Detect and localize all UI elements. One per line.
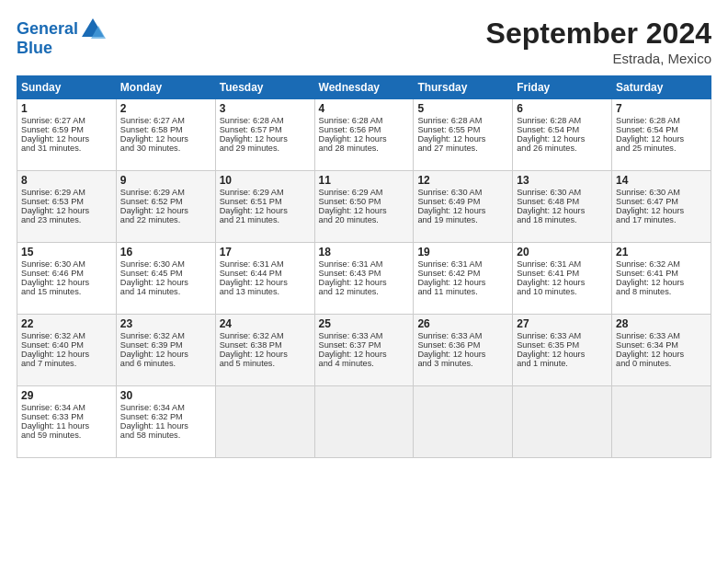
header: General Blue September 2024 Estrada, Mex… xyxy=(17,17,711,66)
calendar-cell: 1Sunrise: 6:27 AMSunset: 6:59 PMDaylight… xyxy=(17,99,117,171)
day-detail: Daylight: 12 hours xyxy=(616,350,707,359)
day-detail: Sunset: 6:52 PM xyxy=(120,197,211,206)
day-number: 28 xyxy=(616,317,707,330)
day-detail: Daylight: 12 hours xyxy=(120,278,211,287)
day-number: 27 xyxy=(517,317,608,330)
calendar-cell: 30Sunrise: 6:34 AMSunset: 6:32 PMDayligh… xyxy=(116,386,215,458)
day-detail: Sunrise: 6:30 AM xyxy=(417,188,508,197)
calendar-cell: 9Sunrise: 6:29 AMSunset: 6:52 PMDaylight… xyxy=(116,171,215,243)
day-number: 14 xyxy=(616,174,707,187)
day-detail: Daylight: 12 hours xyxy=(21,206,112,215)
day-detail: Sunrise: 6:28 AM xyxy=(417,116,508,125)
day-number: 24 xyxy=(220,317,311,330)
calendar: SundayMondayTuesdayWednesdayThursdayFrid… xyxy=(17,75,711,458)
calendar-cell: 15Sunrise: 6:30 AMSunset: 6:46 PMDayligh… xyxy=(17,243,117,315)
calendar-cell: 4Sunrise: 6:28 AMSunset: 6:56 PMDaylight… xyxy=(314,99,414,171)
calendar-cell: 5Sunrise: 6:28 AMSunset: 6:55 PMDaylight… xyxy=(414,99,513,171)
day-detail: Sunset: 6:56 PM xyxy=(319,125,410,134)
calendar-cell: 22Sunrise: 6:32 AMSunset: 6:40 PMDayligh… xyxy=(17,315,117,386)
day-detail: Daylight: 12 hours xyxy=(319,278,410,287)
day-detail: Sunrise: 6:31 AM xyxy=(517,259,608,269)
day-detail: and 7 minutes. xyxy=(21,359,112,368)
day-detail: and 12 minutes. xyxy=(319,287,410,296)
day-detail: Sunset: 6:54 PM xyxy=(517,125,608,134)
calendar-cell: 12Sunrise: 6:30 AMSunset: 6:49 PMDayligh… xyxy=(414,171,513,243)
day-detail: Sunrise: 6:27 AM xyxy=(21,116,112,125)
page: General Blue September 2024 Estrada, Mex… xyxy=(0,0,728,563)
day-number: 12 xyxy=(417,174,508,187)
day-number: 8 xyxy=(21,174,112,187)
weekday-sunday: Sunday xyxy=(17,76,117,99)
calendar-cell: 26Sunrise: 6:33 AMSunset: 6:36 PMDayligh… xyxy=(414,315,513,386)
day-number: 10 xyxy=(220,174,311,187)
day-detail: Daylight: 12 hours xyxy=(220,206,311,215)
day-detail: Sunrise: 6:33 AM xyxy=(616,331,707,340)
day-detail: and 1 minute. xyxy=(517,359,608,368)
day-number: 9 xyxy=(120,174,211,187)
week-row-2: 8Sunrise: 6:29 AMSunset: 6:53 PMDaylight… xyxy=(17,171,711,243)
day-detail: Daylight: 12 hours xyxy=(120,350,211,359)
logo-icon xyxy=(80,17,106,42)
logo-text: General xyxy=(17,20,78,39)
day-detail: and 4 minutes. xyxy=(319,359,410,368)
day-detail: Daylight: 12 hours xyxy=(417,206,508,215)
day-number: 23 xyxy=(120,317,211,330)
day-detail: Daylight: 12 hours xyxy=(517,350,608,359)
calendar-cell: 20Sunrise: 6:31 AMSunset: 6:41 PMDayligh… xyxy=(513,243,612,315)
day-detail: Sunset: 6:55 PM xyxy=(417,125,508,134)
day-detail: Sunset: 6:51 PM xyxy=(220,197,311,206)
day-detail: Daylight: 12 hours xyxy=(120,206,211,215)
day-number: 11 xyxy=(319,174,410,187)
day-detail: Sunset: 6:53 PM xyxy=(21,197,112,206)
weekday-wednesday: Wednesday xyxy=(314,76,414,99)
day-detail: Sunrise: 6:32 AM xyxy=(21,331,112,340)
day-detail: Sunset: 6:59 PM xyxy=(21,125,112,134)
location: Estrada, Mexico xyxy=(486,51,711,66)
day-detail: Sunset: 6:54 PM xyxy=(616,125,707,134)
calendar-cell: 2Sunrise: 6:27 AMSunset: 6:58 PMDaylight… xyxy=(116,99,215,171)
day-detail: Daylight: 11 hours xyxy=(120,421,211,431)
day-detail: and 23 minutes. xyxy=(21,215,112,224)
day-detail: Sunset: 6:34 PM xyxy=(616,340,707,350)
day-detail: Daylight: 12 hours xyxy=(417,278,508,287)
day-detail: Sunset: 6:38 PM xyxy=(220,340,311,350)
day-detail: Daylight: 12 hours xyxy=(220,134,311,144)
day-detail: and 26 minutes. xyxy=(517,144,608,153)
day-detail: and 58 minutes. xyxy=(120,431,211,440)
day-detail: Sunset: 6:42 PM xyxy=(417,269,508,278)
day-detail: Sunrise: 6:29 AM xyxy=(319,188,410,197)
day-detail: Sunrise: 6:31 AM xyxy=(319,259,410,269)
day-detail: Sunrise: 6:28 AM xyxy=(616,116,707,125)
day-detail: and 15 minutes. xyxy=(21,287,112,296)
day-detail: Sunrise: 6:31 AM xyxy=(417,259,508,269)
day-detail: Sunset: 6:49 PM xyxy=(417,197,508,206)
day-detail: Sunset: 6:39 PM xyxy=(120,340,211,350)
day-number: 20 xyxy=(517,246,608,259)
day-detail: and 6 minutes. xyxy=(120,359,211,368)
day-detail: Daylight: 12 hours xyxy=(21,278,112,287)
day-detail: and 59 minutes. xyxy=(21,431,112,440)
calendar-cell: 25Sunrise: 6:33 AMSunset: 6:37 PMDayligh… xyxy=(314,315,414,386)
day-detail: and 13 minutes. xyxy=(220,287,311,296)
day-detail: Sunset: 6:32 PM xyxy=(120,412,211,421)
day-detail: Daylight: 12 hours xyxy=(616,206,707,215)
day-detail: and 3 minutes. xyxy=(417,359,508,368)
day-number: 15 xyxy=(21,246,112,259)
calendar-cell: 11Sunrise: 6:29 AMSunset: 6:50 PMDayligh… xyxy=(314,171,414,243)
day-number: 13 xyxy=(517,174,608,187)
day-detail: Sunrise: 6:32 AM xyxy=(616,259,707,269)
day-detail: Daylight: 12 hours xyxy=(417,134,508,144)
calendar-cell: 8Sunrise: 6:29 AMSunset: 6:53 PMDaylight… xyxy=(17,171,117,243)
day-number: 7 xyxy=(616,102,707,115)
week-row-4: 22Sunrise: 6:32 AMSunset: 6:40 PMDayligh… xyxy=(17,315,711,386)
day-detail: Sunset: 6:50 PM xyxy=(319,197,410,206)
day-detail: and 17 minutes. xyxy=(616,215,707,224)
day-detail: Sunset: 6:47 PM xyxy=(616,197,707,206)
day-detail: Sunset: 6:43 PM xyxy=(319,269,410,278)
day-detail: and 27 minutes. xyxy=(417,144,508,153)
calendar-cell: 23Sunrise: 6:32 AMSunset: 6:39 PMDayligh… xyxy=(116,315,215,386)
day-detail: Daylight: 12 hours xyxy=(220,278,311,287)
day-detail: Sunset: 6:44 PM xyxy=(220,269,311,278)
day-detail: Sunset: 6:58 PM xyxy=(120,125,211,134)
day-detail: Sunrise: 6:30 AM xyxy=(517,188,608,197)
